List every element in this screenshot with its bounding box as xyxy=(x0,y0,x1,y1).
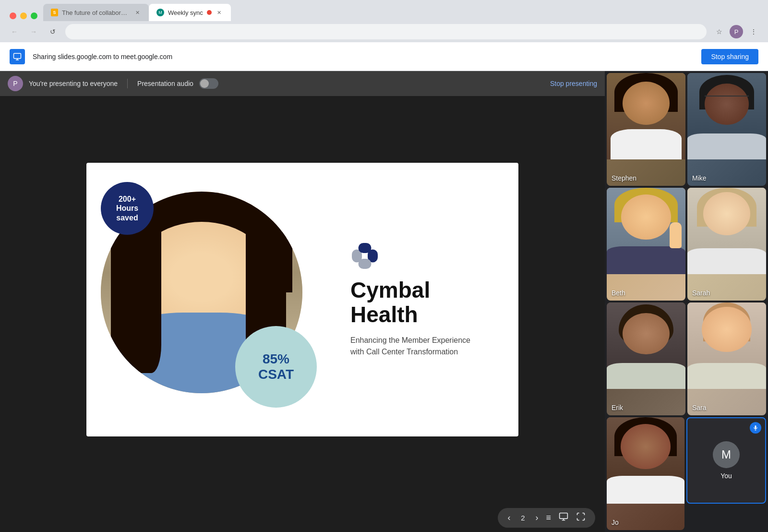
stop-presenting-button[interactable]: Stop presenting xyxy=(550,80,597,87)
participant-tile-sarah[interactable]: Sarah xyxy=(687,188,766,301)
menu-icon[interactable]: ⋮ xyxy=(747,25,760,38)
page-number: 2 xyxy=(518,514,528,522)
slides-tab-close[interactable]: ✕ xyxy=(134,9,141,16)
participant-tile-mike[interactable]: Mike xyxy=(687,73,766,186)
meet-area: P You're presenting to everyone Presenta… xyxy=(0,71,768,532)
hours-saved-badge: 200+ Hours saved xyxy=(101,182,154,235)
back-button[interactable]: ← xyxy=(8,25,21,38)
presenter-text: You're presenting to everyone xyxy=(29,80,118,87)
participant-name-sarah: Sarah xyxy=(692,289,710,297)
participant-tile-sara[interactable]: Sara xyxy=(687,302,766,415)
prev-slide-button[interactable]: ‹ xyxy=(507,513,510,523)
slide-container: 200+ Hours saved 85% CSAT xyxy=(0,96,605,503)
maximize-traffic-light[interactable] xyxy=(31,12,37,19)
csat-text: 85% CSAT xyxy=(258,351,294,382)
tab-bar: S The future of collaboration ✕ M Weekly… xyxy=(0,0,768,21)
address-bar-row: ← → ↺ ☆ P ⋮ xyxy=(0,21,768,42)
participant-name-sara: Sara xyxy=(692,404,707,411)
address-bar-actions: ☆ P ⋮ xyxy=(712,25,760,38)
slide-left: 200+ Hours saved 85% CSAT xyxy=(86,163,336,436)
participant-name-jo: Jo xyxy=(612,519,619,526)
slide-controls: ‹ 2 › ≡ xyxy=(0,503,605,532)
reload-button[interactable]: ↺ xyxy=(46,25,60,38)
brand-name-line2: Health xyxy=(350,302,418,327)
audio-label: Presentation audio xyxy=(137,80,193,87)
hours-saved-text: 200+ Hours saved xyxy=(116,194,138,222)
close-traffic-light[interactable] xyxy=(10,12,16,19)
present-button[interactable] xyxy=(559,512,568,524)
profile-avatar[interactable]: P xyxy=(730,25,743,38)
presenter-bar: P You're presenting to everyone Presenta… xyxy=(0,71,605,96)
participant-tile-you: M You xyxy=(686,417,766,504)
svg-rect-4 xyxy=(359,259,372,269)
address-bar[interactable] xyxy=(65,24,707,39)
next-slide-button[interactable]: › xyxy=(535,513,538,523)
participant-name-you: You xyxy=(720,472,732,480)
traffic-lights xyxy=(4,12,43,19)
meet-tab[interactable]: M Weekly sync ✕ xyxy=(149,4,231,21)
slides-favicon: S xyxy=(51,9,58,16)
slide-list-button[interactable]: ≡ xyxy=(546,513,551,523)
slides-tab[interactable]: S The future of collaboration ✕ xyxy=(43,4,149,21)
share-message: Sharing slides.google.com to meet.google… xyxy=(33,53,694,60)
forward-button[interactable]: → xyxy=(27,25,40,38)
cymbal-logo-icon xyxy=(350,242,379,270)
recording-indicator xyxy=(207,10,212,15)
cymbal-health-title: Cymbal Health xyxy=(350,278,430,326)
presentation-slide: 200+ Hours saved 85% CSAT xyxy=(86,163,518,436)
minimize-traffic-light[interactable] xyxy=(20,12,27,19)
share-bar: Sharing slides.google.com to meet.google… xyxy=(0,42,768,71)
brand-name-line1: Cymbal xyxy=(350,278,430,302)
svg-rect-6 xyxy=(755,425,756,429)
svg-rect-3 xyxy=(359,243,372,253)
slide-navigation-pill: ‹ 2 › ≡ xyxy=(498,508,595,528)
participant-name-mike: Mike xyxy=(692,174,707,182)
participant-name-erik: Erik xyxy=(612,404,623,411)
cymbal-subtitle: Enhancing the Member Experience with Cal… xyxy=(350,335,470,358)
meet-tab-close[interactable]: ✕ xyxy=(216,9,223,16)
fullscreen-button[interactable] xyxy=(576,512,586,524)
participant-row-0: Stephen Mike xyxy=(607,73,766,186)
stop-sharing-button[interactable]: Stop sharing xyxy=(701,49,758,64)
participant-row-3: Jo M You xyxy=(607,417,766,530)
browser-chrome: S The future of collaboration ✕ M Weekly… xyxy=(0,0,768,42)
svg-rect-5 xyxy=(560,513,568,519)
participant-row-1: Beth Sarah xyxy=(607,188,766,301)
toggle-thumb xyxy=(200,79,209,88)
meet-tab-label: Weekly sync xyxy=(168,9,203,16)
slide-right: Cymbal Health Enhancing the Member Exper… xyxy=(336,163,518,436)
participant-tile-beth[interactable]: Beth xyxy=(607,188,685,301)
meet-favicon: M xyxy=(156,9,164,16)
you-avatar: M xyxy=(713,441,740,468)
slides-tab-label: The future of collaboration xyxy=(62,9,130,16)
presenter-divider xyxy=(127,79,128,88)
svg-rect-0 xyxy=(14,53,21,59)
csat-badge: 85% CSAT xyxy=(235,326,317,408)
participant-name-stephen: Stephen xyxy=(612,174,636,182)
participants-sidebar: Stephen Mike xyxy=(605,71,768,532)
audio-toggle[interactable] xyxy=(199,78,218,89)
participant-name-beth: Beth xyxy=(612,289,625,297)
presenter-avatar: P xyxy=(8,76,23,91)
participant-tile-jo[interactable]: Jo xyxy=(607,417,684,530)
speaking-indicator xyxy=(750,422,761,434)
participant-tile-stephen[interactable]: Stephen xyxy=(607,73,685,186)
share-icon xyxy=(10,49,25,64)
participant-row-2: Erik Sara xyxy=(607,302,766,415)
bookmark-icon[interactable]: ☆ xyxy=(712,25,726,38)
presentation-area: P You're presenting to everyone Presenta… xyxy=(0,71,605,532)
participant-tile-erik[interactable]: Erik xyxy=(607,302,685,415)
